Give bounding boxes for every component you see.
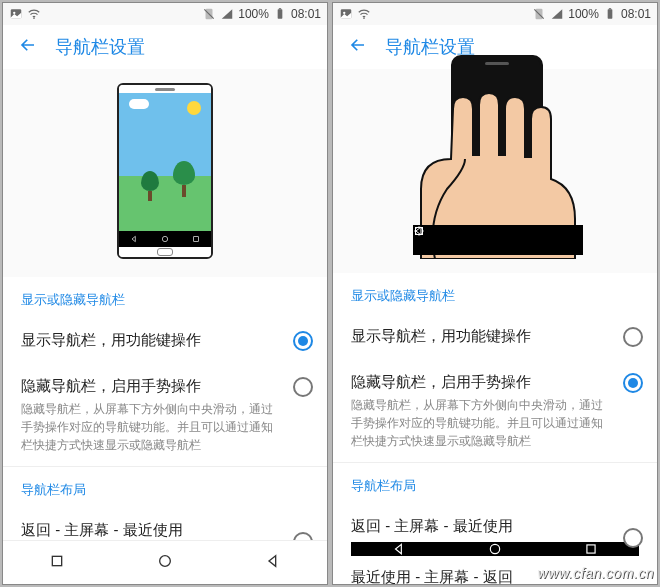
clock: 08:01 [291, 7, 321, 21]
svg-point-2 [33, 17, 35, 19]
pane-hide-navbar: 100% 08:01 导航栏设置 显示或隐藏导航栏 显示导航栏，用 [332, 2, 658, 585]
option-show-navbar[interactable]: 显示导航栏，用功能键操作 [333, 313, 657, 359]
svg-rect-8 [193, 237, 198, 242]
system-navbar [3, 540, 327, 584]
radio-show[interactable] [293, 331, 313, 351]
svg-point-14 [343, 12, 345, 14]
option-show-label: 显示导航栏，用功能键操作 [351, 325, 611, 346]
recent-button[interactable] [49, 553, 65, 573]
battery-percent: 100% [238, 7, 269, 21]
option-hide-navbar[interactable]: 隐藏导航栏，启用手势操作 隐藏导航栏，从屏幕下方外侧向中央滑动，通过手势操作对应… [3, 363, 327, 466]
battery-icon [273, 7, 287, 21]
option-hide-navbar[interactable]: 隐藏导航栏，启用手势操作 隐藏导航栏，从屏幕下方外侧向中央滑动，通过手势操作对应… [333, 359, 657, 462]
option-hide-label: 隐藏导航栏，启用手势操作 [21, 375, 281, 396]
hidden-navbar-sample [413, 225, 583, 255]
svg-point-12 [160, 555, 171, 566]
radio-show[interactable] [623, 327, 643, 347]
section-layout: 导航栏布局 [3, 466, 327, 507]
back-icon[interactable] [349, 36, 367, 58]
app-bar: 导航栏设置 [3, 25, 327, 69]
layout-b-label: 最近使用 - 主屏幕 - 返回 [351, 566, 643, 584]
no-sim-icon [532, 7, 546, 21]
option-show-label: 显示导航栏，用功能键操作 [21, 329, 281, 350]
svg-rect-11 [52, 556, 61, 565]
phone-mock-wallpaper [117, 83, 213, 259]
status-bar: 100% 08:01 [333, 3, 657, 25]
svg-point-7 [162, 236, 167, 241]
picture-icon [9, 7, 23, 21]
battery-icon [603, 7, 617, 21]
preview-hidden-navbar [333, 69, 657, 273]
section-visibility: 显示或隐藏导航栏 [3, 277, 327, 317]
option-layout-b[interactable]: 最近使用 - 主屏幕 - 返回 [333, 552, 657, 584]
page-title: 导航栏设置 [55, 35, 145, 59]
signal-icon [550, 7, 564, 21]
clock: 08:01 [621, 7, 651, 21]
picture-icon [339, 7, 353, 21]
pane-show-navbar: 100% 08:01 导航栏设置 显示或隐藏导航栏 显示导航 [2, 2, 328, 585]
back-button[interactable] [265, 553, 281, 573]
option-show-navbar[interactable]: 显示导航栏，用功能键操作 [3, 317, 327, 363]
svg-rect-21 [416, 228, 423, 235]
radio-hide[interactable] [293, 377, 313, 397]
option-hide-sub: 隐藏导航栏，从屏幕下方外侧向中央滑动，通过手势操作对应的导航键功能。并且可以通过… [21, 400, 281, 454]
svg-point-15 [363, 17, 365, 19]
radio-layout-a[interactable] [623, 528, 643, 548]
svg-rect-6 [279, 8, 281, 9]
svg-rect-18 [608, 9, 613, 18]
no-sim-icon [202, 7, 216, 21]
status-bar: 100% 08:01 [3, 3, 327, 25]
home-button[interactable] [157, 553, 173, 573]
option-hide-label: 隐藏导航栏，启用手势操作 [351, 371, 611, 392]
svg-rect-5 [278, 9, 283, 18]
section-visibility: 显示或隐藏导航栏 [333, 273, 657, 313]
option-hide-sub: 隐藏导航栏，从屏幕下方外侧向中央滑动，通过手势操作对应的导航键功能。并且可以通过… [351, 396, 611, 450]
svg-point-1 [13, 12, 15, 14]
battery-percent: 100% [568, 7, 599, 21]
section-layout: 导航栏布局 [333, 462, 657, 503]
back-icon[interactable] [19, 36, 37, 58]
wifi-icon [357, 7, 371, 21]
radio-hide[interactable] [623, 373, 643, 393]
svg-rect-19 [609, 8, 611, 9]
radio-layout-a[interactable] [293, 532, 313, 540]
preview-visible-navbar [3, 69, 327, 277]
signal-icon [220, 7, 234, 21]
wifi-icon [27, 7, 41, 21]
